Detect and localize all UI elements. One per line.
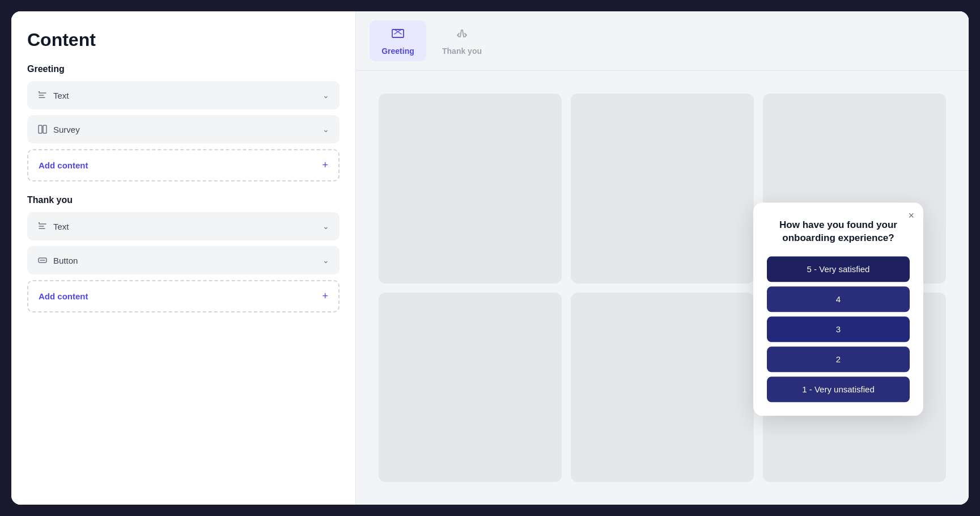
add-content-greeting-label: Add content bbox=[39, 160, 88, 170]
svg-rect-1 bbox=[43, 125, 46, 133]
content-item-survey[interactable]: Survey ⌄ bbox=[27, 115, 340, 143]
text-thankyou-label: Text bbox=[53, 222, 69, 231]
app-container: Content Greeting Text ⌄ bbox=[11, 11, 969, 505]
text-icon bbox=[37, 90, 48, 100]
svg-rect-0 bbox=[39, 125, 42, 133]
modal-close-button[interactable]: × bbox=[908, 210, 914, 221]
right-panel: Greeting Thank you bbox=[356, 11, 969, 505]
survey-icon bbox=[37, 124, 48, 134]
tab-bar: Greeting Thank you bbox=[356, 11, 969, 71]
text-icon bbox=[37, 221, 48, 231]
survey-option-3[interactable]: 3 bbox=[767, 316, 910, 342]
content-item-left: Survey bbox=[37, 124, 80, 134]
bg-card bbox=[379, 293, 562, 483]
text-greeting-label: Text bbox=[53, 91, 69, 100]
bg-card bbox=[571, 94, 754, 284]
page-title: Content bbox=[27, 29, 340, 50]
thankyou-tab-icon bbox=[455, 26, 469, 44]
add-content-greeting-button[interactable]: Add content + bbox=[27, 149, 340, 181]
preview-area: × How have you found your onboarding exp… bbox=[356, 71, 969, 505]
survey-option-4[interactable]: 4 bbox=[767, 286, 910, 312]
plus-icon: + bbox=[322, 159, 328, 171]
tab-greeting-label: Greeting bbox=[381, 46, 414, 56]
bg-card bbox=[571, 293, 754, 483]
survey-option-1[interactable]: 1 - Very unsatisfied bbox=[767, 377, 910, 402]
add-content-thankyou-label: Add content bbox=[39, 291, 88, 301]
tab-greeting[interactable]: Greeting bbox=[370, 20, 426, 61]
greeting-tab-icon bbox=[391, 26, 405, 44]
content-item-left: Button bbox=[37, 255, 78, 265]
content-item-button[interactable]: Button ⌄ bbox=[27, 246, 340, 274]
content-item-text-thankyou[interactable]: Text ⌄ bbox=[27, 212, 340, 240]
button-icon bbox=[37, 255, 48, 265]
chevron-down-icon: ⌄ bbox=[323, 125, 329, 134]
content-item-text-greeting[interactable]: Text ⌄ bbox=[27, 81, 340, 109]
content-item-left: Text bbox=[37, 90, 69, 100]
add-content-thankyou-button[interactable]: Add content + bbox=[27, 280, 340, 312]
survey-option-5[interactable]: 5 - Very satisfied bbox=[767, 256, 910, 282]
plus-icon: + bbox=[322, 290, 328, 302]
left-panel: Content Greeting Text ⌄ bbox=[11, 11, 356, 505]
survey-option-2[interactable]: 2 bbox=[767, 346, 910, 372]
chevron-down-icon: ⌄ bbox=[323, 256, 329, 265]
chevron-down-icon: ⌄ bbox=[323, 222, 329, 231]
greeting-section-title: Greeting bbox=[27, 64, 340, 74]
content-item-left: Text bbox=[37, 221, 69, 231]
modal-question: How have you found your onboarding exper… bbox=[767, 218, 910, 246]
tab-thankyou-label: Thank you bbox=[442, 46, 482, 56]
bg-card bbox=[379, 94, 562, 284]
survey-label: Survey bbox=[53, 125, 80, 134]
survey-modal: × How have you found your onboarding exp… bbox=[753, 202, 923, 416]
thankyou-section-title: Thank you bbox=[27, 195, 340, 205]
tab-thankyou[interactable]: Thank you bbox=[431, 20, 493, 61]
chevron-down-icon: ⌄ bbox=[323, 91, 329, 100]
button-label: Button bbox=[53, 256, 78, 265]
